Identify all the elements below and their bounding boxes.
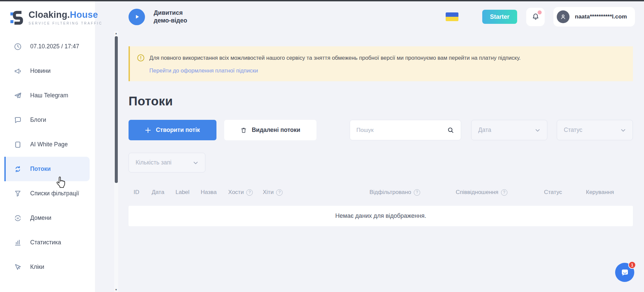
search-box	[350, 120, 461, 140]
banner-message: Для повного використання всіх можливосте…	[149, 54, 521, 62]
sidebar-item-telegram[interactable]: Наш Telegram	[0, 83, 95, 108]
flag-yellow-half	[446, 17, 458, 21]
search-icon[interactable]	[447, 127, 454, 134]
person-icon	[559, 13, 567, 20]
sidebar-item-datetime[interactable]: 07.10.2025 / 17:47	[0, 34, 95, 59]
page-icon	[13, 140, 22, 149]
sidebar-item-blogs[interactable]: Блоги	[0, 108, 95, 132]
brand-accent: House	[70, 10, 98, 20]
sidebar-item-label: 07.10.2025 / 17:47	[30, 43, 79, 50]
controls-row: Створити потік Видалені потоки Дата Стат…	[129, 120, 633, 140]
column-header-date: Дата	[152, 189, 164, 196]
chat-messenger-icon	[620, 268, 630, 277]
page-title: Потоки	[129, 94, 633, 108]
column-header-actions: Керування	[586, 189, 614, 196]
column-header-filtered: Відфільтровано?	[369, 189, 420, 196]
topbar: Дивитися демо-відео Starter	[95, 0, 644, 31]
chat-unread-badge: 1	[628, 261, 636, 269]
sidebar-nav: 07.10.2025 / 17:47 Новини Наш Telegram Б…	[0, 34, 95, 279]
date-filter-label: Дата	[478, 127, 491, 134]
help-icon[interactable]: ?	[246, 189, 253, 196]
user-menu[interactable]: naata**********l.com	[553, 7, 635, 27]
megaphone-icon	[13, 67, 22, 76]
column-header-hits: Хіти?	[263, 189, 283, 196]
scrollbar-up-arrow[interactable]: ▲	[114, 31, 118, 36]
brand-tagline: SERVICE FILTERING TRAFFIC	[29, 21, 102, 25]
warning-icon: !	[137, 54, 144, 61]
column-header-status: Статус	[544, 189, 562, 196]
sidebar-item-label: Списки фільтрації	[30, 190, 79, 197]
logo[interactable]: Cloaking.House SERVICE FILTERING TRAFFIC	[0, 0, 95, 26]
sidebar-item-label: Блоги	[30, 116, 46, 124]
svg-text:w: w	[16, 216, 19, 220]
content: ! Для повного використання всіх можливос…	[95, 46, 644, 226]
sidebar-item-clicks[interactable]: Кліки	[0, 255, 95, 279]
clock-icon	[13, 42, 22, 51]
deleted-flows-label: Видалені потоки	[252, 127, 300, 134]
trash-icon	[240, 127, 247, 134]
sidebar-item-label: Кліки	[30, 263, 44, 271]
sidebar-item-flows[interactable]: Потоки	[4, 157, 90, 181]
play-icon	[134, 14, 140, 20]
create-flow-label: Створити потік	[156, 127, 200, 134]
cursor-arrow-icon	[13, 263, 22, 272]
date-filter-dropdown[interactable]: Дата	[471, 120, 547, 140]
cloaking-house-logo-icon	[9, 9, 24, 26]
create-flow-button[interactable]: Створити потік	[129, 120, 216, 140]
demo-video-line2: демо-відео	[154, 17, 187, 25]
demo-video-label[interactable]: Дивитися демо-відео	[154, 9, 187, 25]
trial-banner: ! Для повного використання всіх можливос…	[129, 46, 633, 81]
demo-video-line1: Дивитися	[154, 9, 187, 17]
status-filter-dropdown[interactable]: Статус	[557, 120, 633, 140]
search-input[interactable]	[356, 127, 447, 134]
sidebar: Cloaking.House SERVICE FILTERING TRAFFIC…	[0, 0, 95, 292]
column-header-ratio: Співвідношення?	[456, 189, 507, 196]
topbar-right: Starter naata**********l.com	[446, 7, 635, 27]
brand-primary: Cloaking.	[29, 10, 70, 20]
sidebar-item-label: Потоки	[30, 165, 51, 173]
column-header-hosts: Хости?	[228, 189, 253, 196]
sidebar-item-label: Новини	[30, 67, 51, 75]
deleted-flows-button[interactable]: Видалені потоки	[224, 120, 316, 140]
help-icon[interactable]: ?	[501, 189, 507, 196]
upgrade-link[interactable]: Перейти до оформлення платної підписки	[149, 67, 258, 74]
ukraine-flag-icon[interactable]	[446, 12, 458, 21]
plan-badge-button[interactable]: Starter	[482, 10, 517, 24]
user-email: naata**********l.com	[575, 13, 627, 20]
status-filter-label: Статус	[564, 127, 582, 134]
sidebar-item-label: Наш Telegram	[30, 92, 68, 99]
chevron-down-icon	[621, 128, 626, 133]
scrollbar-down-arrow[interactable]: ▼	[114, 288, 118, 292]
empty-table-message: Немає даних для відображення.	[129, 206, 633, 226]
table-header-row: ID Дата Label Назва Хости? Хіти? Відфіль…	[129, 189, 633, 198]
per-page-label: Кількість запі	[136, 159, 171, 166]
sidebar-item-filter-lists[interactable]: Списки фільтрації	[0, 181, 95, 206]
chevron-down-icon	[535, 128, 540, 133]
sidebar-item-domains[interactable]: w Домени	[0, 206, 95, 230]
sidebar-item-ai-white-page[interactable]: AI White Page	[0, 132, 95, 157]
flag-blue-half	[446, 12, 458, 17]
chat-widget-button[interactable]: 1	[615, 263, 634, 282]
flows-icon	[13, 165, 22, 174]
chevron-down-icon	[193, 160, 198, 165]
logo-text: Cloaking.House SERVICE FILTERING TRAFFIC	[29, 10, 102, 25]
domain-icon: w	[13, 214, 22, 223]
column-header-id: ID	[134, 189, 139, 196]
brand-name: Cloaking.House	[29, 10, 102, 19]
sidebar-item-news[interactable]: Новини	[0, 59, 95, 83]
notification-dot	[538, 10, 542, 14]
main-area: Дивитися демо-відео Starter	[95, 0, 644, 292]
play-demo-button[interactable]	[129, 9, 145, 25]
column-header-label: Label	[176, 189, 190, 196]
sidebar-item-statistics[interactable]: Статистика	[0, 230, 95, 255]
sidebar-item-label: AI White Page	[30, 141, 68, 148]
sidebar-scrollbar[interactable]: ▲ ▼	[114, 31, 118, 292]
notifications-button[interactable]	[526, 8, 545, 26]
help-icon[interactable]: ?	[276, 189, 283, 196]
help-icon[interactable]: ?	[414, 189, 420, 196]
sidebar-item-label: Домени	[30, 214, 51, 222]
scrollbar-thumb[interactable]	[115, 36, 118, 183]
chat-bubble-icon	[13, 116, 22, 125]
per-page-dropdown[interactable]: Кількість запі	[129, 153, 205, 173]
bar-chart-icon	[13, 238, 22, 247]
